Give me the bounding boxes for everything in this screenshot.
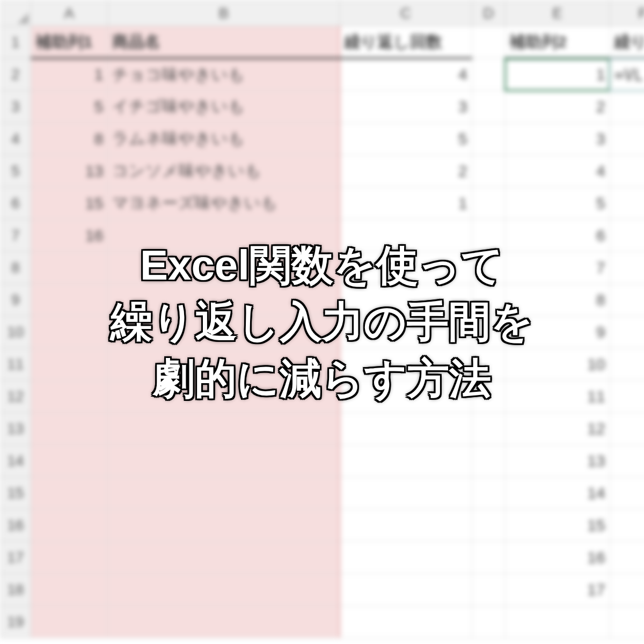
cell-E14[interactable]: 13 [505,445,610,477]
cell-A13[interactable] [31,413,108,445]
cell-C15[interactable] [340,477,472,509]
row-header[interactable]: 15 [1,477,31,509]
data-row-4[interactable]: 48ラムネ味やきいも53 [1,123,645,155]
cell-A4[interactable]: 8 [31,123,108,155]
cell-E7[interactable]: 6 [505,219,610,252]
cell-A7[interactable]: 16 [31,219,108,252]
cell-B1[interactable]: 商品名 [108,26,340,58]
row-header[interactable]: 2 [1,58,31,91]
cell-E5[interactable]: 4 [505,155,610,187]
cell-B9[interactable] [108,284,340,316]
data-row-19[interactable]: 19 [1,606,645,638]
cell-E3[interactable]: 2 [505,91,610,123]
cell-E8[interactable]: 7 [505,252,610,284]
cell-C10[interactable] [340,316,472,348]
col-header-E[interactable]: E [505,1,610,26]
cell-F7[interactable] [610,219,644,252]
data-row-1[interactable]: 1 補助列1 商品名 繰り返し回数 補助列2 繰り [1,26,645,58]
cell-E4[interactable]: 3 [505,123,610,155]
cell-D8[interactable] [472,252,505,284]
cell-D13[interactable] [472,413,505,445]
row-header[interactable]: 1 [1,26,31,58]
row-header[interactable]: 12 [1,380,31,413]
cell-F14[interactable] [610,445,644,477]
cell-C1[interactable]: 繰り返し回数 [340,26,472,58]
row-header[interactable]: 18 [1,574,31,606]
cell-D1[interactable] [472,26,505,58]
cell-E2[interactable]: 1 [505,58,610,91]
cell-D17[interactable] [472,541,505,574]
cell-B12[interactable] [108,380,340,413]
cell-B14[interactable] [108,445,340,477]
cell-D16[interactable] [472,509,505,541]
col-header-A[interactable]: A [31,1,108,26]
column-header-row[interactable]: A B C D E F [1,1,645,26]
row-header[interactable]: 9 [1,284,31,316]
data-row-17[interactable]: 1716 [1,541,645,574]
cell-F11[interactable] [610,348,644,380]
cell-B19[interactable] [108,606,340,638]
cell-D14[interactable] [472,445,505,477]
cell-A15[interactable] [31,477,108,509]
row-header[interactable]: 5 [1,155,31,187]
cell-C7[interactable] [340,219,472,252]
cell-A3[interactable]: 5 [31,91,108,123]
row-header[interactable]: 6 [1,187,31,219]
cell-B4[interactable]: ラムネ味やきいも [108,123,340,155]
row-header[interactable]: 14 [1,445,31,477]
cell-A6[interactable]: 15 [31,187,108,219]
data-row-2[interactable]: 21チョコ味やきいも41=VL [1,58,645,91]
cell-B18[interactable] [108,574,340,606]
cell-C6[interactable]: 1 [340,187,472,219]
cell-A17[interactable] [31,541,108,574]
cell-F8[interactable] [610,252,644,284]
cell-D4[interactable] [472,123,505,155]
cell-E19[interactable] [505,606,610,638]
row-header[interactable]: 19 [1,606,31,638]
cell-D10[interactable] [472,316,505,348]
cell-A19[interactable] [31,606,108,638]
row-header[interactable]: 13 [1,413,31,445]
select-all-corner[interactable] [1,1,31,26]
cell-C12[interactable] [340,380,472,413]
cell-E18[interactable]: 17 [505,574,610,606]
cell-C2[interactable]: 4 [340,58,472,91]
cell-C9[interactable] [340,284,472,316]
row-header[interactable]: 8 [1,252,31,284]
cell-B10[interactable] [108,316,340,348]
cell-B5[interactable]: コンソメ味やきいも [108,155,340,187]
cell-B3[interactable]: イチゴ味やきいも [108,91,340,123]
cell-B7[interactable] [108,219,340,252]
cell-C3[interactable]: 3 [340,91,472,123]
cell-D7[interactable] [472,219,505,252]
spreadsheet-grid[interactable]: A B C D E F 1 補助列1 商品名 繰り返し回数 補助列2 繰り 21… [0,0,644,638]
data-row-11[interactable]: 1110 [1,348,645,380]
row-header[interactable]: 7 [1,219,31,252]
row-header[interactable]: 3 [1,91,31,123]
cell-F10[interactable] [610,316,644,348]
cell-C17[interactable] [340,541,472,574]
data-row-3[interactable]: 35イチゴ味やきいも32 [1,91,645,123]
cell-D15[interactable] [472,477,505,509]
col-header-B[interactable]: B [108,1,340,26]
col-header-C[interactable]: C [340,1,472,26]
row-header[interactable]: 17 [1,541,31,574]
cell-E16[interactable]: 15 [505,509,610,541]
data-row-18[interactable]: 1817 [1,574,645,606]
data-row-6[interactable]: 615マヨネーズ味やきいも15 [1,187,645,219]
col-header-F[interactable]: F [610,1,644,26]
cell-D11[interactable] [472,348,505,380]
cell-E6[interactable]: 5 [505,187,610,219]
cell-E13[interactable]: 12 [505,413,610,445]
data-row-9[interactable]: 98 [1,284,645,316]
data-row-10[interactable]: 109 [1,316,645,348]
data-row-14[interactable]: 1413 [1,445,645,477]
cell-E9[interactable]: 8 [505,284,610,316]
cell-A2[interactable]: 1 [31,58,108,91]
cell-C8[interactable] [340,252,472,284]
cell-E12[interactable]: 11 [505,380,610,413]
cell-E10[interactable]: 9 [505,316,610,348]
cell-F1[interactable]: 繰り [610,26,644,58]
row-header[interactable]: 4 [1,123,31,155]
cell-D18[interactable] [472,574,505,606]
